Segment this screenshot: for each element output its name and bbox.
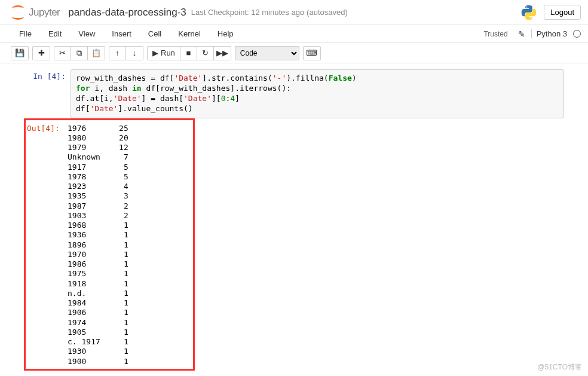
input-prompt: In [4]: (24, 69, 71, 118)
notebook-title[interactable]: pandas-data-processing-3 (68, 7, 186, 19)
move-down-button[interactable]: ↓ (126, 47, 143, 60)
copy-button[interactable]: ⧉ (71, 47, 88, 60)
output-text: 1976 25 1980 20 1979 12 Unknown 7 1917 5… (63, 121, 192, 369)
celltype-select[interactable]: CodeMarkdownRaw NBConvertHeading (235, 46, 299, 60)
menu-help[interactable]: Help (209, 27, 242, 41)
run-button[interactable]: ▶ Run (148, 47, 180, 60)
stop-button[interactable]: ■ (180, 47, 197, 60)
kernel-status-icon (573, 30, 581, 38)
autosave-text: (autosaved) (307, 8, 348, 17)
watermark: @51CTO博客 (537, 362, 582, 372)
cut-button[interactable]: ✂ (54, 47, 71, 60)
edit-icon[interactable]: ✎ (518, 29, 525, 39)
menu-file[interactable]: File (11, 27, 40, 41)
toolbar: 💾 ✚ ✂ ⧉ 📋 ↑ ↓ ▶ Run ■ ↻ ▶▶ CodeMarkdownR… (0, 43, 588, 63)
menu-edit[interactable]: Edit (40, 27, 70, 41)
kernel-name[interactable]: Python 3 (531, 29, 567, 38)
jupyter-logo-text: Jupyter (29, 7, 60, 19)
save-button[interactable]: 💾 (11, 47, 28, 60)
checkpoint-text: Last Checkpoint: 12 minutes ago (191, 8, 304, 17)
logout-button[interactable]: Logout (544, 5, 581, 20)
menubar: File Edit View Insert Cell Kernel Help T… (0, 25, 588, 43)
notebook-body: In [4]: row_with_dashes = df['Date'].str… (0, 63, 588, 376)
output-prompt: Out[4]: (27, 121, 63, 369)
restart-button[interactable]: ↻ (197, 47, 214, 60)
output-highlight: Out[4]: 1976 25 1980 20 1979 12 Unknown … (24, 118, 195, 371)
trusted-indicator[interactable]: Trusted (479, 28, 512, 40)
python-icon (520, 4, 538, 22)
paste-button[interactable]: 📋 (88, 47, 105, 60)
restart-run-button[interactable]: ▶▶ (214, 47, 231, 60)
menu-insert[interactable]: Insert (103, 27, 140, 41)
menu-kernel[interactable]: Kernel (170, 27, 209, 41)
menu-cell[interactable]: Cell (140, 27, 170, 41)
code-input[interactable]: row_with_dashes = df['Date'].str.contain… (71, 69, 564, 118)
code-cell[interactable]: In [4]: row_with_dashes = df['Date'].str… (24, 69, 564, 118)
add-cell-button[interactable]: ✚ (33, 47, 50, 60)
command-palette-button[interactable]: ⌨ (304, 47, 320, 60)
menu-view[interactable]: View (70, 27, 103, 41)
run-label: Run (161, 48, 175, 57)
move-up-button[interactable]: ↑ (109, 47, 126, 60)
jupyter-logo[interactable]: Jupyter (11, 5, 60, 20)
notebook-header: Jupyter pandas-data-processing-3 Last Ch… (0, 0, 588, 25)
jupyter-icon (11, 5, 25, 20)
